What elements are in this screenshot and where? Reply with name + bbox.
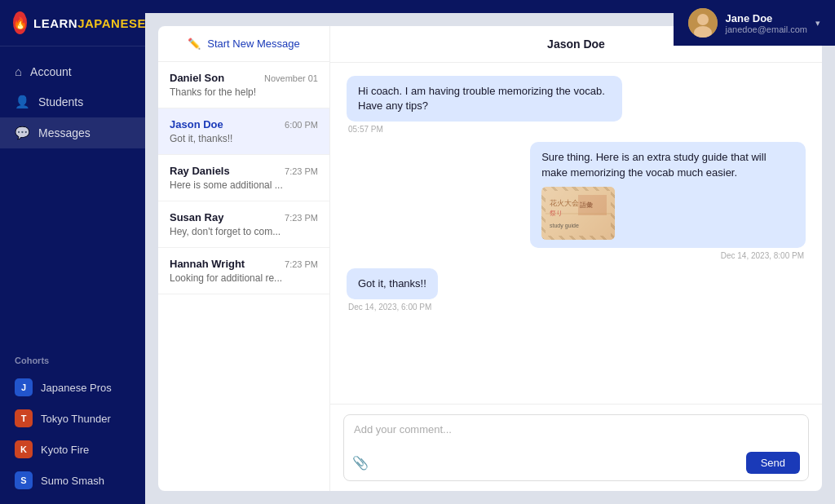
cohort-label: Tokyo Thunder [41,413,111,425]
logo-icon: 🔥 [13,11,27,34]
message-sender: Ray Daniels [170,165,230,177]
svg-text:study guide: study guide [550,223,579,229]
cohort-badge: K [15,440,33,458]
cohort-label: Sumo Smash [41,475,104,487]
list-item[interactable]: Hannah Wright 7:23 PM Looking for additi… [158,248,329,294]
svg-text:花火大会: 花火大会 [550,199,579,207]
logo-text: LEARNJAPANESE [33,16,146,30]
user-info: Jane Doe janedoe@email.com [726,12,807,34]
cohort-item-sumo-smash[interactable]: S Sumo Smash [0,465,145,496]
cohort-item-kyoto-fire[interactable]: K Kyoto Fire [0,434,145,465]
message-time: November 01 [264,73,318,83]
chat-input[interactable] [354,423,798,448]
topbar: Jane Doe janedoe@email.com ▾ [145,0,835,13]
message-time: 7:23 PM [285,259,318,269]
cohort-label: Kyoto Fire [41,444,89,456]
sidebar-item-label: Students [38,95,83,108]
user-menu[interactable]: Jane Doe janedoe@email.com ▾ [674,0,835,46]
chat-recipient-name: Jason Doe [547,38,605,51]
app-body: ✏️ Start New Message Daniel Son November… [145,13,835,504]
message-sender: Daniel Son [170,72,224,84]
edit-icon: ✏️ [188,38,201,50]
message-icon: 💬 [15,126,30,140]
cohorts-label: Cohorts [0,351,145,372]
sidebar: 🔥 LEARNJAPANESE ⌂ Account 👤 Students 💬 M… [0,0,145,504]
message-timestamp: Dec 14, 2023, 6:00 PM [347,303,433,312]
chat-input-footer: 📎 Send [352,452,800,474]
user-email: janedoe@email.com [726,24,807,34]
chat-input-area: 📎 Send [330,404,822,491]
chat-input-box: 📎 Send [343,414,809,481]
message-timestamp: 05:57 PM [347,125,385,134]
sidebar-item-label: Account [30,65,72,78]
user-name: Jane Doe [726,12,807,24]
image-content: 花火大会 祭り 語彙 study guide [541,187,615,240]
message-row: Sure thing. Here is an extra study guide… [347,142,806,259]
message-row: Got it, thanks!! Dec 14, 2023, 6:00 PM [347,268,806,312]
message-text: Got it, thanks!! [358,277,426,290]
home-icon: ⌂ [15,64,22,78]
cohorts-section: Cohorts J Japanese Pros T Tokyo Thunder … [0,343,145,504]
message-sender: Hannah Wright [170,258,245,270]
right-section: Jane Doe janedoe@email.com ▾ ✏️ Start Ne… [145,0,835,504]
new-message-label: Start New Message [207,38,299,50]
svg-text:語彙: 語彙 [580,201,593,209]
message-timestamp: Dec 14, 2023, 8:00 PM [719,251,806,260]
message-text: Hi coach. I am having trouble memorizing… [358,85,605,112]
chat-messages: Hi coach. I am having trouble memorizing… [330,63,822,404]
message-bubble: Sure thing. Here is an extra study guide… [530,142,806,247]
list-item[interactable]: Jason Doe 6:00 PM Got it, thanks!! [158,108,329,155]
avatar [688,8,718,38]
message-bubble: Got it, thanks!! [347,268,438,299]
cohort-item-tokyo-thunder[interactable]: T Tokyo Thunder [0,403,145,434]
message-preview: Thanks for the help! [170,86,318,98]
message-preview: Here is some additional ... [170,179,318,191]
sidebar-item-account[interactable]: ⌂ Account [0,56,145,86]
message-preview: Hey, don't forget to com... [170,226,318,237]
message-sender: Jason Doe [170,118,223,130]
cohort-item-japanese-pros[interactable]: J Japanese Pros [0,372,145,403]
sidebar-item-label: Messages [38,126,91,139]
list-item[interactable]: Ray Daniels 7:23 PM Here is some additio… [158,155,329,201]
person-icon: 👤 [15,95,30,109]
messages-panel: ✏️ Start New Message Daniel Son November… [158,26,329,491]
chat-panel: Jason Doe Hi coach. I am having trouble … [329,26,822,491]
message-time: 7:23 PM [285,213,318,223]
new-message-button[interactable]: ✏️ Start New Message [158,26,329,62]
message-preview: Looking for additional re... [170,272,318,284]
message-sender: Susan Ray [170,211,223,223]
nav-menu: ⌂ Account 👤 Students 💬 Messages [0,46,145,158]
sidebar-item-students[interactable]: 👤 Students [0,86,145,117]
chevron-down-icon: ▾ [815,18,820,29]
cohort-badge: J [15,378,33,396]
message-list: Daniel Son November 01 Thanks for the he… [158,62,329,491]
cohort-badge: T [15,409,33,427]
attachment-icon[interactable]: 📎 [352,455,369,471]
message-row: Hi coach. I am having trouble memorizing… [347,76,806,134]
svg-point-1 [697,14,709,25]
list-item[interactable]: Susan Ray 7:23 PM Hey, don't forget to c… [158,201,329,248]
list-item[interactable]: Daniel Son November 01 Thanks for the he… [158,62,329,108]
message-bubble: Hi coach. I am having trouble memorizing… [347,76,622,122]
logo: 🔥 LEARNJAPANESE [0,0,145,46]
message-image: 花火大会 祭り 語彙 study guide [541,187,615,240]
svg-text:祭り: 祭り [550,210,563,217]
message-text: Sure thing. Here is an extra study guide… [541,151,766,178]
send-button[interactable]: Send [746,452,800,474]
message-preview: Got it, thanks!! [170,133,318,144]
cohort-badge: S [15,471,33,489]
cohort-label: Japanese Pros [41,382,112,394]
message-time: 7:23 PM [285,166,318,176]
sidebar-item-messages[interactable]: 💬 Messages [0,117,145,148]
message-time: 6:00 PM [285,120,318,130]
